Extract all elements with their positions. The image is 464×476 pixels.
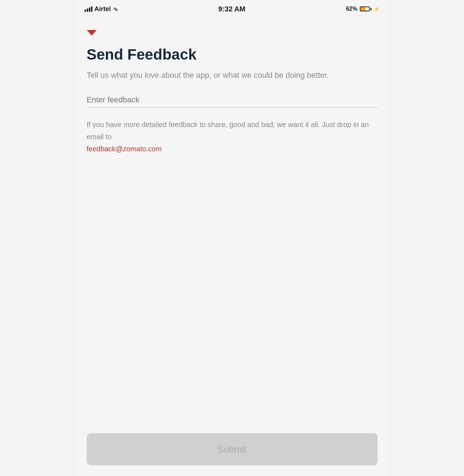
wifi-icon: ∿ [113, 6, 118, 12]
battery-body [360, 6, 370, 11]
carrier-label: Airtel [95, 5, 111, 13]
content-spacer [76, 229, 388, 433]
more-info-body: If you have more detailed feedback to sh… [87, 121, 369, 141]
dismiss-button[interactable] [84, 25, 100, 41]
battery-tip [370, 8, 372, 10]
submit-button[interactable]: Submit [87, 433, 378, 465]
time-display: 9:32 AM [218, 5, 246, 13]
status-right: 62% ⚡ [346, 6, 379, 12]
submit-area: Submit [76, 433, 388, 476]
feedback-input-container [87, 95, 378, 108]
feedback-input[interactable] [87, 95, 378, 105]
battery-icon [360, 6, 372, 11]
battery-fill [360, 7, 366, 11]
signal-bars-icon [85, 6, 92, 12]
page-subtitle: Tell us what you love about the app, or … [87, 69, 378, 81]
email-link[interactable]: feedback@zomato.com [87, 145, 162, 153]
phone-frame: Airtel ∿ 9:32 AM 62% ⚡ Send Feedback Tel… [76, 0, 388, 476]
chevron-down-icon [87, 30, 97, 36]
status-bar: Airtel ∿ 9:32 AM 62% ⚡ [76, 0, 388, 18]
page-title: Send Feedback [87, 46, 378, 63]
page-content: Send Feedback Tell us what you love abou… [76, 18, 388, 229]
charging-icon: ⚡ [374, 6, 380, 12]
more-info-text: If you have more detailed feedback to sh… [87, 118, 378, 155]
status-left: Airtel ∿ [85, 5, 118, 13]
battery-percent: 62% [346, 6, 357, 12]
